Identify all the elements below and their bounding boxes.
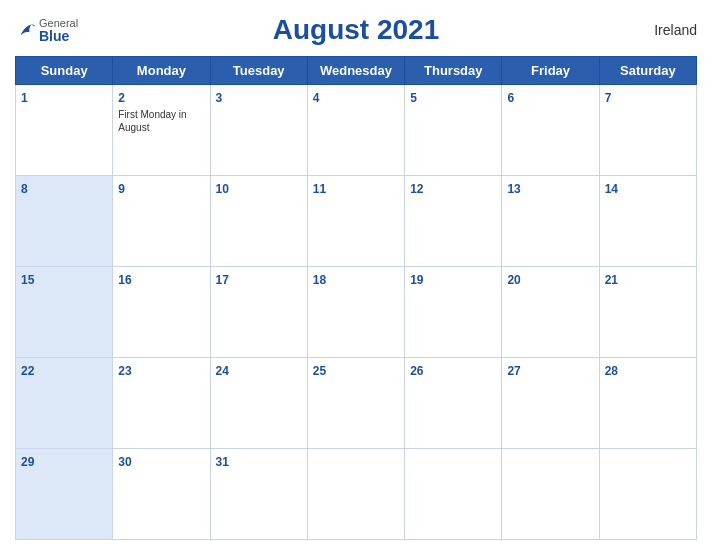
logo-general: General [39, 18, 78, 29]
calendar-cell: 8 [16, 176, 113, 267]
calendar-cell: 12 [405, 176, 502, 267]
day-number: 13 [507, 182, 520, 196]
weekday-header-tuesday: Tuesday [210, 57, 307, 85]
logo-text: General Blue [39, 18, 78, 43]
day-number: 28 [605, 364, 618, 378]
day-number: 7 [605, 91, 612, 105]
calendar-cell [599, 449, 696, 540]
calendar-cell: 5 [405, 85, 502, 176]
calendar-cell: 30 [113, 449, 210, 540]
weekday-header-sunday: Sunday [16, 57, 113, 85]
weekday-row: SundayMondayTuesdayWednesdayThursdayFrid… [16, 57, 697, 85]
calendar-cell: 11 [307, 176, 404, 267]
weekday-header-saturday: Saturday [599, 57, 696, 85]
calendar-cell: 14 [599, 176, 696, 267]
day-number: 3 [216, 91, 223, 105]
calendar-cell: 18 [307, 267, 404, 358]
day-number: 14 [605, 182, 618, 196]
weekday-header-friday: Friday [502, 57, 599, 85]
day-number: 10 [216, 182, 229, 196]
calendar-cell [307, 449, 404, 540]
calendar-cell: 9 [113, 176, 210, 267]
calendar-body: 12First Monday in August3456789101112131… [16, 85, 697, 540]
day-number: 20 [507, 273, 520, 287]
calendar-week-1: 12First Monday in August34567 [16, 85, 697, 176]
calendar-cell: 4 [307, 85, 404, 176]
calendar-table: SundayMondayTuesdayWednesdayThursdayFrid… [15, 56, 697, 540]
calendar-week-4: 22232425262728 [16, 358, 697, 449]
calendar-cell: 16 [113, 267, 210, 358]
day-number: 30 [118, 455, 131, 469]
day-number: 21 [605, 273, 618, 287]
calendar-header: General Blue August 2021 Ireland [15, 10, 697, 50]
logo: General Blue [15, 18, 78, 43]
day-number: 19 [410, 273, 423, 287]
calendar-cell: 3 [210, 85, 307, 176]
page-title: August 2021 [273, 14, 440, 46]
day-number: 25 [313, 364, 326, 378]
day-number: 17 [216, 273, 229, 287]
day-number: 9 [118, 182, 125, 196]
day-number: 12 [410, 182, 423, 196]
day-number: 27 [507, 364, 520, 378]
calendar-cell: 17 [210, 267, 307, 358]
calendar-cell: 23 [113, 358, 210, 449]
calendar-header-row: SundayMondayTuesdayWednesdayThursdayFrid… [16, 57, 697, 85]
calendar-cell: 24 [210, 358, 307, 449]
day-number: 8 [21, 182, 28, 196]
day-number: 1 [21, 91, 28, 105]
calendar-cell: 19 [405, 267, 502, 358]
calendar-cell: 13 [502, 176, 599, 267]
logo-blue: Blue [39, 29, 78, 43]
calendar-cell: 25 [307, 358, 404, 449]
calendar-cell: 21 [599, 267, 696, 358]
calendar-cell: 22 [16, 358, 113, 449]
day-number: 16 [118, 273, 131, 287]
calendar-week-3: 15161718192021 [16, 267, 697, 358]
day-number: 29 [21, 455, 34, 469]
calendar-cell: 1 [16, 85, 113, 176]
calendar-cell: 27 [502, 358, 599, 449]
calendar-cell: 2First Monday in August [113, 85, 210, 176]
calendar-cell: 29 [16, 449, 113, 540]
calendar-cell: 7 [599, 85, 696, 176]
day-number: 4 [313, 91, 320, 105]
day-number: 11 [313, 182, 326, 196]
day-number: 24 [216, 364, 229, 378]
weekday-header-monday: Monday [113, 57, 210, 85]
country-label: Ireland [654, 22, 697, 38]
calendar-cell: 15 [16, 267, 113, 358]
calendar-cell: 31 [210, 449, 307, 540]
day-number: 6 [507, 91, 514, 105]
calendar-cell [405, 449, 502, 540]
calendar-cell: 20 [502, 267, 599, 358]
day-number: 15 [21, 273, 34, 287]
day-number: 2 [118, 91, 125, 105]
calendar-cell: 10 [210, 176, 307, 267]
day-number: 26 [410, 364, 423, 378]
weekday-header-thursday: Thursday [405, 57, 502, 85]
calendar-cell: 6 [502, 85, 599, 176]
day-number: 22 [21, 364, 34, 378]
weekday-header-wednesday: Wednesday [307, 57, 404, 85]
holiday-label: First Monday in August [118, 108, 204, 134]
calendar-cell: 26 [405, 358, 502, 449]
day-number: 31 [216, 455, 229, 469]
calendar-cell [502, 449, 599, 540]
day-number: 5 [410, 91, 417, 105]
calendar-cell: 28 [599, 358, 696, 449]
logo-bird-icon [15, 19, 37, 41]
day-number: 18 [313, 273, 326, 287]
day-number: 23 [118, 364, 131, 378]
calendar-week-2: 891011121314 [16, 176, 697, 267]
calendar-week-5: 293031 [16, 449, 697, 540]
